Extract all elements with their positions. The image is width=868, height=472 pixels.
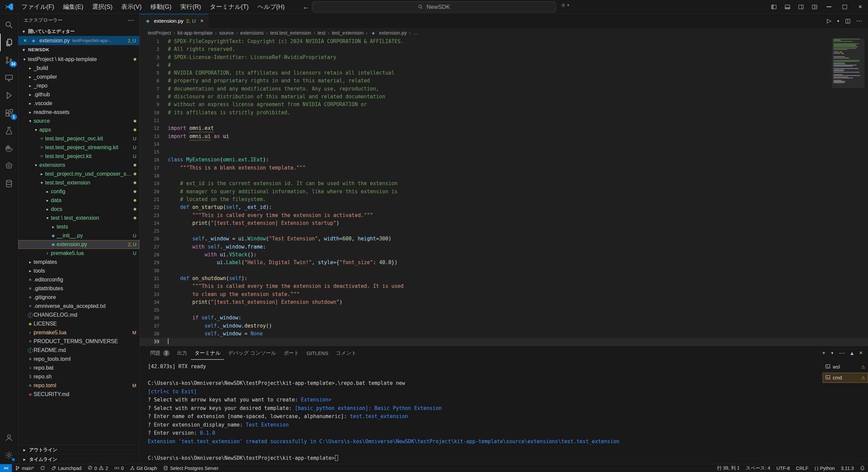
minimap[interactable] [833, 39, 863, 85]
tree-item[interactable]: ▸.vscode [18, 99, 139, 108]
terminal-instance-cmd[interactable]: cmd⚠ [823, 373, 868, 383]
tree-item[interactable]: ▾apps [18, 125, 139, 134]
breadcrumb-item[interactable]: test.test_extension [270, 30, 311, 36]
status-encoding[interactable]: UTF-8 [773, 464, 793, 472]
status-problems[interactable]: 02 [84, 464, 111, 472]
tree-item[interactable]: ◈LICENSE [18, 319, 139, 328]
code-line[interactable]: 29 ui.Label("Hello, Digital Twin!", styl… [140, 259, 868, 267]
run-dropdown-chevron-icon[interactable]: ▾ [837, 19, 839, 23]
code-line[interactable]: 31 def on_shutdown(self): [140, 275, 868, 282]
status-eol[interactable]: CRLF [793, 464, 812, 472]
status-indentation[interactable]: スペース: 4 [743, 464, 773, 472]
remote-explorer-activity-icon[interactable] [0, 69, 18, 86]
testing-activity-icon[interactable] [0, 122, 18, 139]
settings-activity-icon[interactable] [0, 446, 18, 464]
code-line[interactable]: 10# its affiliates is strictly prohibite… [140, 109, 868, 117]
tree-item[interactable]: ◆__init__.pyU [18, 231, 139, 240]
code-line[interactable]: 17 """This is a blank extension template… [140, 164, 868, 172]
code-line[interactable]: 26 self._window = ui.Window("Test Extens… [140, 235, 868, 243]
panel-tab-デバッグ コンソール[interactable]: デバッグ コンソール [224, 346, 280, 360]
code-line[interactable]: 24 print("[test.test_extension] Extensio… [140, 219, 868, 227]
tree-item[interactable]: ∗repo.tomlM [18, 381, 139, 390]
menu-ヘルプ(H)[interactable]: ヘルプ(H) [253, 0, 289, 14]
tree-item[interactable]: ≡test.test_peoject.kitU [18, 152, 139, 161]
status-git-graph[interactable]: Git Graph [127, 464, 160, 472]
minimize-button[interactable] [821, 0, 837, 14]
tree-item[interactable]: ▸templates [18, 258, 139, 267]
breadcrumb-item[interactable]: … [413, 30, 418, 36]
code-line[interactable]: 23 """This is called every time the exte… [140, 212, 868, 219]
maximize-panel-icon[interactable]: ▴ [851, 350, 854, 357]
code-line[interactable]: 30 [140, 267, 868, 275]
tree-item[interactable]: ▾test.test_extension [18, 178, 139, 187]
code-line[interactable]: 33 to clean up the extension state.""" [140, 291, 868, 298]
code-line[interactable]: 2# All rights reserved. [140, 45, 868, 53]
tree-item[interactable]: ≡.omniverse_eula_accepted.txt [18, 302, 139, 311]
code-line[interactable]: 5# NVIDIA CORPORATION, its affiliates an… [140, 69, 868, 77]
code-line[interactable]: 34 print("[test.test_extension] Extensio… [140, 298, 868, 306]
open-editor-item[interactable]: ×◆extension.pytestProject\kit-app-...2,U [18, 36, 139, 45]
tab-close-icon[interactable]: × [200, 18, 203, 24]
source-control-activity-icon[interactable]: 34 [0, 51, 18, 69]
code-line[interactable]: 18 [140, 172, 868, 180]
extensions-activity-icon[interactable]: 1 [0, 104, 18, 122]
code-line[interactable]: 36 if self._window: [140, 314, 868, 322]
terminal-output[interactable]: [42.073s] RTX ready C:\Users\s-kos\Omniv… [140, 360, 823, 464]
tree-item[interactable]: ▸readme-assets [18, 108, 139, 117]
status-python-version[interactable]: 3.11.3 [838, 464, 857, 472]
tree-item[interactable]: $repo.sh [18, 372, 139, 381]
code-line[interactable]: 35 [140, 306, 868, 314]
code-line[interactable]: 25 [140, 227, 868, 235]
tree-item[interactable]: ∗.gitignore [18, 293, 139, 302]
tree-item[interactable]: ▸tools [18, 267, 139, 275]
tree-item[interactable]: ▸.github [18, 90, 139, 99]
split-editor-icon[interactable]: ◫ [845, 17, 850, 24]
status-ports[interactable]: 0 [111, 464, 127, 472]
tree-item[interactable]: »repo.bat [18, 363, 139, 372]
maximize-button[interactable] [837, 0, 852, 14]
panel-tab-ターミナル[interactable]: ターミナル [191, 346, 224, 360]
menu-ターミナル(T)[interactable]: ターミナル(T) [205, 0, 253, 14]
code-line[interactable]: 19 # ext_id is the current extension id.… [140, 180, 868, 188]
status-git-branch[interactable]: main* [12, 464, 37, 472]
code-line[interactable]: 16class MyExtension(omni.ext.IExt): [140, 156, 868, 164]
tree-item[interactable]: ▸tests [18, 222, 139, 231]
code-line[interactable]: 6# property and proprietary rights in an… [140, 77, 868, 85]
toggle-secondary-sidebar-icon[interactable] [794, 0, 808, 14]
breadcrumb-item[interactable]: kit-app-template [177, 30, 213, 36]
code-line[interactable]: 1# SPDX-FileCopyrightText: Copyright (c)… [140, 38, 868, 45]
status-language-mode[interactable]: { }Python [811, 464, 838, 472]
menu-選択(S)[interactable]: 選択(S) [88, 0, 117, 14]
tree-item[interactable]: ◗premake5.luaU [18, 249, 139, 258]
code-line[interactable]: 15 [140, 148, 868, 156]
tree-item[interactable]: ▾extensions [18, 161, 139, 170]
tree-item[interactable]: ▸test_project.my_usd_composer_se… [18, 170, 139, 178]
tree-item[interactable]: ◆extension.py2,U [18, 240, 139, 249]
code-line[interactable]: 32 """This is called every time the exte… [140, 282, 868, 290]
kubernetes-activity-icon[interactable] [0, 157, 18, 175]
tab-extension-py[interactable]: ◆ extension.py 2, U × [140, 14, 209, 28]
code-editor[interactable]: 1# SPDX-FileCopyrightText: Copyright (c)… [140, 38, 868, 346]
code-line[interactable]: 3# SPDX-License-Identifier: LicenseRef-N… [140, 54, 868, 61]
code-line[interactable]: 11 [140, 117, 868, 124]
menu-移動(G)[interactable]: 移動(G) [146, 0, 176, 14]
code-line[interactable]: 20 # manager to query additional informa… [140, 188, 868, 196]
search-activity-icon[interactable] [0, 16, 18, 34]
panel-tab-GITLENS[interactable]: GITLENS [303, 346, 332, 360]
code-line[interactable]: 22 def on_startup(self, _ext_id): [140, 203, 868, 211]
status-remote-indicator[interactable]: >< [0, 464, 12, 472]
tree-item[interactable]: ▾source [18, 117, 139, 125]
status-postgres[interactable]: Select Postgres Server [160, 464, 221, 472]
docker-activity-icon[interactable] [0, 139, 18, 157]
tree-item[interactable]: iCHANGELOG.md [18, 311, 139, 319]
close-panel-icon[interactable]: × [859, 350, 863, 356]
outline-section[interactable]: ▸ アウトライン [18, 445, 139, 454]
breadcrumb-item[interactable]: source [219, 30, 234, 36]
tree-item[interactable]: ▾testProject \ kit-app-template [18, 55, 139, 64]
tree-item[interactable]: ∗repo_tools.toml [18, 355, 139, 363]
code-line[interactable]: 12import omni.ext [140, 124, 868, 132]
terminal-instance-wsl[interactable]: wsl⚠ [823, 362, 868, 372]
new-terminal-icon[interactable]: + [822, 350, 826, 356]
code-line[interactable]: 28 with ui.VStack(): [140, 251, 868, 259]
tree-item[interactable]: ▸_compiler [18, 73, 139, 81]
